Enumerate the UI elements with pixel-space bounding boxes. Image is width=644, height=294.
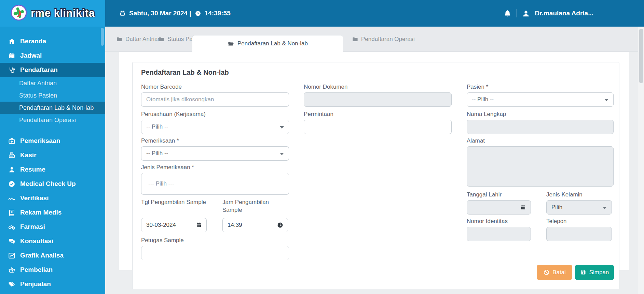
calendar-icon[interactable]	[195, 222, 202, 229]
sidebar: Beranda Jadwal Pendaftaran	[0, 27, 105, 294]
user-avatar-icon[interactable]	[522, 9, 530, 18]
sidebar-item-label: Rekam Medis	[20, 209, 61, 216]
field-label: Permintaan	[304, 110, 452, 118]
tab-content-panel: Pendaftaran Lab & Non-lab Nomor Barcode …	[119, 52, 629, 270]
field-label: Nomor Dokumen	[304, 83, 452, 91]
calendar-icon	[119, 10, 126, 17]
clock-icon[interactable]	[277, 222, 284, 229]
app-logo-icon	[10, 4, 27, 23]
ban-icon	[543, 269, 550, 276]
bell-icon[interactable]	[503, 9, 512, 18]
sidebar-item-pembelian[interactable]: Pembelian	[0, 263, 105, 277]
sidebar-subitem-status-pasien[interactable]: Status Pasien	[0, 89, 105, 102]
sidebar-item-farmasi[interactable]: Farmasi	[0, 220, 105, 234]
clock-icon	[194, 10, 202, 17]
check-circle-icon	[8, 180, 16, 188]
calendar-icon[interactable]	[520, 204, 526, 211]
tags-icon	[8, 280, 16, 288]
sidebar-item-label: Verifikasi	[20, 194, 49, 202]
tab-label: Daftar Antrian	[125, 36, 161, 43]
permintaan-input[interactable]	[304, 120, 452, 134]
sidebar-subitem-label: Status Pasien	[19, 92, 57, 99]
page-scrollbar-thumb[interactable]	[639, 29, 643, 83]
header-time: 14:39:55	[205, 10, 231, 17]
sidebar-item-label: Penjualan	[20, 280, 51, 288]
folder-open-icon	[228, 40, 234, 47]
sidebar-subitem-daftar-antrian[interactable]: Daftar Antrian	[0, 77, 105, 89]
tanggal-lahir-input[interactable]	[467, 200, 531, 215]
field-label: Jenis Kelamin	[546, 191, 612, 199]
sidebar-item-kasir[interactable]: Kasir	[0, 148, 105, 162]
tgl-pengambilan-input[interactable]: 30-03-2024	[141, 218, 207, 232]
pemeriksaan-select[interactable]: -- Pilih --	[141, 146, 289, 161]
field-label: Tanggal Lahir	[467, 191, 531, 199]
sidebar-item-label: Kasir	[20, 151, 37, 159]
calendar-icon	[8, 52, 16, 60]
sidebar-item-rekam-medis[interactable]: Rekam Medis	[0, 205, 105, 220]
sidebar-item-resume[interactable]: Resume	[0, 162, 105, 177]
sidebar-item-medical-check-up[interactable]: Medical Check Up	[0, 177, 105, 191]
chevron-down-icon	[604, 99, 608, 101]
field-label: Nomor Identitas	[467, 217, 531, 225]
pasien-select[interactable]: -- Pilih --	[467, 92, 614, 107]
jenis-pemeriksaan-multiselect[interactable]: --- Pilih ---	[141, 173, 289, 195]
simpan-button[interactable]: Simpan	[575, 265, 614, 280]
sidebar-item-pendaftaran[interactable]: Pendaftaran	[0, 63, 105, 77]
stethoscope-icon	[8, 66, 16, 74]
sidebar-item-penjualan[interactable]: Penjualan	[0, 277, 105, 291]
sidebar-scrollbar-thumb[interactable]	[101, 28, 104, 46]
signature-icon	[8, 194, 16, 202]
perusahaan-select[interactable]: -- Pilih --	[141, 120, 289, 134]
cash-register-icon	[8, 151, 16, 159]
sidebar-subitem-label: Pendaftaran Operasi	[19, 117, 76, 124]
tab-daftar-antrian[interactable]: Daftar Antrian	[116, 27, 161, 52]
sidebar-subitem-pendaftaran-operasi[interactable]: Pendaftaran Operasi	[0, 114, 105, 126]
petugas-sample-input[interactable]	[141, 246, 289, 260]
sidebar-subitem-pendaftaran-lab[interactable]: Pendaftaran Lab & Non-lab	[0, 102, 105, 114]
nomor-barcode-input[interactable]	[141, 92, 289, 107]
sidebar-item-grafik-analisa[interactable]: Grafik Analisa	[0, 248, 105, 263]
folder-icon	[158, 36, 165, 43]
tab-label: Pendaftaran Lab & Non-lab	[237, 40, 308, 47]
field-label: Jenis Pemeriksaan *	[141, 163, 289, 171]
top-bar: Sabtu, 30 Mar 2024 | 14:39:55 Dr.maulana…	[105, 0, 644, 27]
field-label: Alamat	[467, 137, 614, 145]
sidebar-item-beranda[interactable]: Beranda	[0, 34, 105, 48]
main-content: Daftar Antrian Status Pasien Pendaftaran…	[105, 27, 644, 294]
chevron-down-icon	[280, 126, 284, 129]
field-label: Pasien *	[467, 83, 614, 91]
sidebar-item-label: Jadwal	[20, 52, 42, 59]
sidebar-spacer	[0, 126, 105, 134]
person-icon	[8, 165, 16, 174]
sidebar-item-label: Pendaftaran	[20, 66, 58, 74]
sidebar-item-jadwal[interactable]: Jadwal	[0, 48, 105, 63]
brand[interactable]: rme klinikita	[0, 0, 105, 27]
field-label: Jam Pengambilan Sample	[222, 198, 287, 214]
header-date: Sabtu, 30 Mar 2024 |	[129, 10, 191, 17]
datetime-display: Sabtu, 30 Mar 2024 | 14:39:55	[119, 0, 231, 27]
user-name[interactable]: Dr.maulana Adria...	[535, 10, 593, 17]
tab-label: Pendaftaran Operasi	[361, 36, 415, 43]
basket-icon	[8, 266, 16, 274]
sidebar-item-verifikasi[interactable]: Verifikasi	[0, 191, 105, 205]
chevron-down-icon	[603, 207, 607, 209]
telepon-input	[546, 227, 612, 241]
sidebar-item-pemeriksaan[interactable]: Pemeriksaan	[0, 134, 105, 148]
sidebar-item-label: Beranda	[20, 38, 46, 45]
page-scrollbar[interactable]	[638, 27, 644, 294]
header-divider	[517, 9, 517, 17]
jenis-kelamin-select[interactable]: Pilih	[546, 200, 612, 215]
batal-button[interactable]: Batal	[537, 265, 572, 280]
tab-pendaftaran-operasi[interactable]: Pendaftaran Operasi	[352, 27, 415, 52]
save-icon	[580, 269, 587, 276]
tab-pendaftaran-lab[interactable]: Pendaftaran Lab & Non-lab	[192, 35, 343, 52]
nomor-dokumen-input	[304, 92, 452, 107]
field-label: Pemeriksaan *	[141, 137, 289, 145]
nama-lengkap-input	[467, 120, 614, 134]
jam-pengambilan-input[interactable]: 14:39	[222, 218, 288, 232]
field-label: Petugas Sample	[141, 236, 289, 244]
chevron-down-icon	[280, 153, 284, 155]
sidebar-item-label: Farmasi	[20, 223, 45, 231]
sidebar-item-label: Pembelian	[20, 266, 53, 274]
sidebar-item-konsultasi[interactable]: Konsultasi	[0, 234, 105, 248]
